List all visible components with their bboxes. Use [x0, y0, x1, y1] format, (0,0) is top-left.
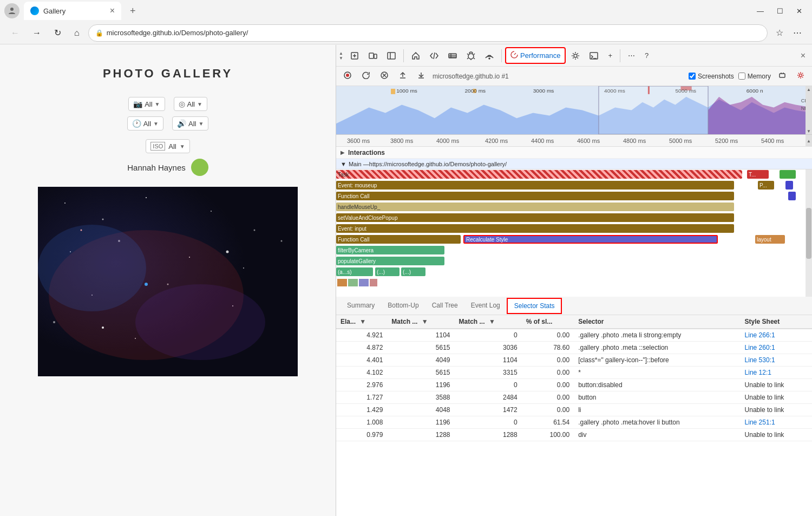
add-tool-button[interactable]: + — [604, 49, 617, 62]
event-blue-block[interactable] — [785, 181, 793, 190]
reload-profile-button[interactable] — [359, 69, 373, 83]
zoom-timeline-bar: 3600 ms 3800 ms 4000 ms 4200 ms 4400 ms … — [336, 135, 812, 147]
favorites-button[interactable]: ☆ — [772, 25, 787, 41]
timeline-scroll-down[interactable]: ▼ — [807, 129, 811, 134]
sub-call-2-block[interactable]: (...) — [375, 267, 400, 276]
tab-call-tree[interactable]: Call Tree — [425, 298, 464, 313]
inspect-element-button[interactable] — [346, 49, 363, 63]
zoom-marker-1: 3600 ms — [347, 138, 370, 144]
stylesheet-cell[interactable]: Line 266:1 — [741, 329, 812, 342]
address-bar[interactable]: 🔒 microsoftedge.github.io/Demos/photo-ga… — [88, 24, 768, 42]
tab-summary[interactable]: Summary — [340, 298, 381, 313]
stylesheet-cell[interactable]: Line 530:1 — [741, 354, 812, 367]
event-input-block[interactable]: Event: input — [336, 224, 734, 233]
stylesheet-link[interactable]: Line 266:1 — [745, 331, 775, 339]
close-window-button[interactable]: ✕ — [791, 5, 808, 17]
svg-point-15 — [53, 321, 55, 323]
table-row: 0.97912881288100.00divUnable to link — [336, 429, 812, 441]
back-button[interactable]: ← — [6, 25, 24, 41]
stylesheet-cell[interactable]: Line 251:1 — [741, 416, 812, 429]
task-block-green[interactable] — [780, 170, 796, 179]
devtools-close-button[interactable]: × — [796, 49, 810, 63]
stylesheet-link[interactable]: Line 251:1 — [745, 419, 775, 426]
filter-by-camera-block[interactable]: filterByCamera — [336, 246, 444, 254]
forward-button[interactable]: → — [28, 25, 45, 41]
home-button[interactable]: ⌂ — [70, 25, 84, 41]
match2-cell: 3036 — [455, 342, 522, 354]
task-block[interactable]: Task — [336, 170, 742, 179]
memory-checkbox[interactable] — [738, 73, 745, 80]
device-toolbar-button[interactable] — [364, 49, 382, 63]
stylesheet-link[interactable]: Line 260:1 — [745, 344, 775, 351]
debug-tool-button[interactable] — [462, 49, 480, 63]
zoom-marker-7: 4800 ms — [623, 138, 646, 144]
more-tools-button[interactable]: ⋯ — [624, 49, 639, 62]
tab-close-button[interactable]: × — [110, 6, 115, 15]
stylesheet-cell[interactable]: Line 12:1 — [741, 367, 812, 379]
sources-tool-button[interactable] — [425, 49, 443, 63]
recalculate-style-block[interactable]: Recalculate Style — [463, 235, 718, 244]
interactions-row: ▶ Interactions — [336, 147, 812, 159]
pct-cell: 0.00 — [522, 367, 574, 379]
layout-block[interactable]: layout — [755, 235, 785, 244]
tab-bottom-up[interactable]: Bottom-Up — [381, 298, 425, 313]
memory-checkbox-group: Memory — [738, 73, 771, 80]
event-p-block[interactable]: P... — [758, 181, 774, 190]
screenshots-checkbox[interactable] — [689, 73, 696, 80]
toggle-panel-button[interactable] — [383, 49, 400, 63]
reload-button[interactable]: ↻ — [50, 24, 66, 41]
small-block-2 — [348, 279, 358, 286]
time-filter[interactable]: 🕐 All ▼ — [127, 116, 163, 130]
timeline-scroll-up[interactable]: ▲ — [807, 87, 811, 92]
svg-rect-62 — [391, 89, 395, 94]
sub-call-1-block[interactable]: (a...s) — [336, 267, 373, 276]
network-tool-button[interactable] — [444, 49, 461, 63]
camera-filter[interactable]: 📷 All ▼ — [128, 97, 165, 111]
console-tool-button[interactable] — [585, 49, 603, 63]
populate-gallery-block[interactable]: populateGallery — [336, 257, 444, 265]
aperture-filter[interactable]: ◎ All ▼ — [174, 97, 207, 111]
profile-icon[interactable] — [4, 3, 19, 18]
col-elapsed[interactable]: Ela... ▼ — [336, 315, 387, 329]
function-call-purple-block[interactable] — [788, 192, 796, 200]
record-button[interactable] — [340, 69, 355, 83]
settings-tool-button[interactable] — [567, 49, 584, 63]
help-button[interactable]: ? — [640, 49, 653, 62]
clear-button[interactable] — [377, 69, 391, 83]
more-button[interactable]: ⋯ — [789, 25, 806, 41]
home-tool-button[interactable] — [407, 49, 424, 63]
stylesheet-link[interactable]: Line 530:1 — [745, 356, 775, 364]
tab-event-log[interactable]: Event Log — [464, 298, 507, 313]
browser-tab[interactable]: Gallery × — [24, 2, 121, 20]
handle-mouseup-block[interactable]: handleMouseUp_ — [336, 203, 734, 211]
col-match1[interactable]: Match ... ▼ — [387, 315, 454, 329]
function-call-block-2[interactable]: Function Call — [336, 235, 461, 244]
svg-point-6 — [254, 230, 256, 231]
elapsed-cell: 1.008 — [336, 416, 387, 429]
signal-tool-button[interactable] — [481, 49, 498, 63]
selector-cell: .gallery .photo .meta ::selection — [574, 342, 740, 354]
sound-chevron-icon: ▼ — [198, 121, 204, 127]
task-block-2[interactable]: T... — [747, 170, 769, 179]
event-mouseup-block[interactable]: Event: mouseup — [336, 181, 734, 190]
tab-selector-stats[interactable]: Selector Stats — [507, 298, 562, 314]
cpu-throttle-button[interactable] — [775, 69, 789, 83]
upload-profile-button[interactable] — [396, 69, 410, 83]
stylesheet-cell[interactable]: Line 260:1 — [741, 342, 812, 354]
performance-tool-button[interactable]: Performance — [505, 47, 566, 64]
minimize-button[interactable]: — — [751, 5, 769, 17]
perf-settings-button[interactable] — [794, 69, 808, 83]
maximize-button[interactable]: ☐ — [771, 5, 789, 17]
camera-icon: 📷 — [133, 100, 142, 108]
pct-cell: 0.00 — [522, 354, 574, 367]
main-section-header: ▼ Main — https://microsoftedge.github.io… — [336, 159, 812, 169]
function-call-block-1[interactable]: Function Call — [336, 192, 734, 200]
sound-filter[interactable]: 🔊 All ▼ — [172, 116, 208, 130]
download-profile-button[interactable] — [414, 69, 428, 83]
iso-filter[interactable]: ISO All ▼ — [146, 139, 189, 153]
set-value-block[interactable]: setValueAndClosePopup — [336, 213, 734, 222]
stylesheet-link[interactable]: Line 12:1 — [745, 369, 771, 376]
col-match2[interactable]: Match ... ▼ — [455, 315, 522, 329]
sub-call-3-block[interactable]: (...) — [401, 267, 425, 276]
new-tab-button[interactable]: + — [126, 3, 140, 19]
